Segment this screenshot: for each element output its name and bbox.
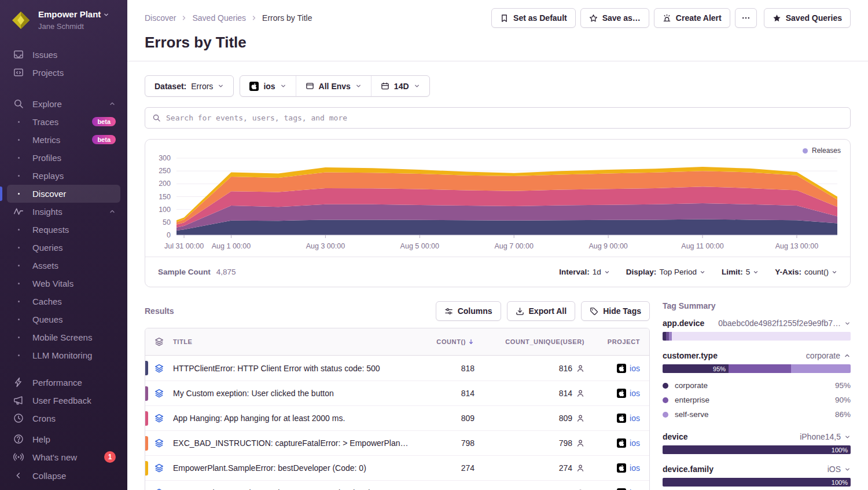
org-name: Empower Plant xyxy=(38,9,101,20)
tag-legend-row[interactable]: self-serve86% xyxy=(663,407,851,422)
sidebar-item-metrics[interactable]: Metricsbeta xyxy=(7,131,120,149)
sidebar-item-user-feedback[interactable]: User Feedback xyxy=(7,392,120,409)
stack-icon xyxy=(145,414,173,423)
error-title-link[interactable]: My Custom exeption: User clicked the but… xyxy=(173,389,417,398)
project-link[interactable]: ios xyxy=(630,364,640,373)
environment-filter[interactable]: All Envs xyxy=(296,76,371,96)
sidebar-item-mobile-screens[interactable]: Mobile Screens xyxy=(7,328,120,346)
table-row[interactable]: EmpowerPlant.SampleError: happyCustomer … xyxy=(145,480,649,490)
sidebar-item-requests[interactable]: Requests xyxy=(7,221,120,239)
tag-value-percent: 90% xyxy=(835,396,851,404)
tag-name: customer.type xyxy=(663,351,718,360)
tag-top-value[interactable]: iPhone14,5 xyxy=(800,432,851,441)
sidebar-item-queries[interactable]: Queries xyxy=(7,239,120,257)
set-as-default-button[interactable]: Set as Default xyxy=(491,8,576,28)
breadcrumb-discover[interactable]: Discover xyxy=(145,13,176,23)
hide-tags-button[interactable]: Hide Tags xyxy=(581,301,650,321)
sidebar-item-projects[interactable]: Projects xyxy=(7,64,120,82)
legend-dot-icon xyxy=(803,148,808,153)
chevron-up-icon xyxy=(109,100,116,107)
tag-distribution-bar[interactable] xyxy=(663,332,851,341)
tag-top-value[interactable]: iOS xyxy=(827,465,851,474)
limit-selector[interactable]: Limit: 5 xyxy=(722,268,759,276)
sidebar-item-assets[interactable]: Assets xyxy=(7,257,120,275)
stack-icon xyxy=(145,364,173,373)
table-row[interactable]: App Hanging: App hanging for at least 20… xyxy=(145,405,649,430)
table-row[interactable]: EXC_BAD_INSTRUCTION: captureFatalError: … xyxy=(145,430,649,455)
project-link[interactable]: ios xyxy=(630,414,640,423)
error-title-link[interactable]: App Hanging: App hanging for at least 20… xyxy=(173,414,417,423)
saved-queries-button[interactable]: Saved Queries xyxy=(764,8,851,28)
sidebar-item-issues[interactable]: Issues xyxy=(7,46,120,64)
count-unique-value: 274 xyxy=(559,463,572,473)
tag-distribution-bar[interactable]: 100% xyxy=(663,478,851,487)
page-header: Discover Saved Queries Errors by Title S… xyxy=(127,0,868,61)
date-range-filter[interactable]: 14D xyxy=(371,76,429,96)
org-switcher[interactable]: Empower Plant Jane Schmidt xyxy=(0,0,127,40)
project-link[interactable]: ios xyxy=(630,389,640,398)
tag-distribution-bar[interactable]: 95% xyxy=(663,364,851,373)
chevron-down-icon xyxy=(844,466,851,473)
error-title-link[interactable]: EXC_BAD_INSTRUCTION: captureFatalError: … xyxy=(173,438,417,448)
column-header-count-unique[interactable]: COUNT_UNIQUE(USER) xyxy=(475,338,584,345)
user-icon xyxy=(576,414,584,422)
sidebar-item-discover[interactable]: Discover xyxy=(7,185,120,203)
breadcrumb-saved-queries[interactable]: Saved Queries xyxy=(192,13,246,23)
yaxis-selector[interactable]: Y-Axis: count() xyxy=(775,268,837,276)
tag-card-app-device: app.device0baebc0de4982f1255f2e9e9fb7… xyxy=(663,319,851,341)
save-as-button[interactable]: Save as… xyxy=(580,8,649,28)
sidebar-item-queues[interactable]: Queues xyxy=(7,310,120,328)
tag-segment: 100% xyxy=(663,445,851,454)
chevron-up-icon xyxy=(109,208,116,215)
tag-card-device-family: device.familyiOS100% xyxy=(663,465,851,487)
sidebar-item-caches[interactable]: Caches xyxy=(7,292,120,310)
sidebar-item-what-s-new[interactable]: What's new1 xyxy=(7,448,120,466)
count-unique-value: 816 xyxy=(559,364,572,373)
sidebar-item-replays[interactable]: Replays xyxy=(7,167,120,185)
tag-top-value[interactable]: 0baebc0de4982f1255f2e9e9fb7… xyxy=(718,319,851,328)
chevron-down-icon xyxy=(355,83,362,89)
error-title-link[interactable]: HTTPClientError: HTTP Client Error with … xyxy=(173,364,417,373)
bullet-icon xyxy=(13,301,24,302)
create-alert-button[interactable]: Create Alert xyxy=(654,8,730,28)
tag-distribution-bar[interactable]: 100% xyxy=(663,445,851,454)
column-header-count[interactable]: COUNT() xyxy=(417,338,475,345)
sidebar-collapse-button[interactable]: Collapse xyxy=(0,467,127,490)
tag-legend-row[interactable]: enterprise90% xyxy=(663,393,851,407)
sidebar-item-web-vitals[interactable]: Web Vitals xyxy=(7,275,120,292)
count-value: 274 xyxy=(417,463,475,473)
error-title-link[interactable]: EmpowerPlant.SampleError: bestDeveloper … xyxy=(173,463,417,473)
export-all-button[interactable]: Export All xyxy=(507,301,576,321)
sidebar-item-help[interactable]: Help xyxy=(7,430,120,448)
series-color-strip xyxy=(145,386,148,401)
search-input[interactable] xyxy=(166,114,843,122)
legend-releases[interactable]: Releases xyxy=(803,147,841,155)
column-header-project[interactable]: PROJECT xyxy=(584,338,649,345)
column-header-title[interactable]: TITLE xyxy=(173,338,417,345)
tag-legend-row[interactable]: corporate95% xyxy=(663,378,851,393)
tag-top-value[interactable]: corporate xyxy=(806,351,851,360)
project-filter[interactable]: ios xyxy=(240,76,295,96)
user-icon xyxy=(576,439,584,447)
sidebar-item-profiles[interactable]: Profiles xyxy=(7,149,120,167)
table-row[interactable]: HTTPClientError: HTTP Client Error with … xyxy=(145,356,649,381)
sidebar-item-llm-monitoring[interactable]: LLM Monitoring xyxy=(7,346,120,364)
sidebar-item-explore[interactable]: Explore xyxy=(7,95,120,113)
display-selector[interactable]: Display: Top Period xyxy=(626,268,705,276)
dataset-selector[interactable]: Dataset: Errors xyxy=(145,75,234,97)
search-bar xyxy=(145,107,851,129)
table-row[interactable]: EmpowerPlant.SampleError: bestDeveloper … xyxy=(145,455,649,480)
count-unique-value: 798 xyxy=(559,438,572,448)
sidebar-item-traces[interactable]: Tracesbeta xyxy=(7,113,120,131)
user-icon xyxy=(576,389,584,397)
sidebar-item-performance[interactable]: Performance xyxy=(7,374,120,392)
project-link[interactable]: ios xyxy=(630,438,640,448)
svg-text:Jul 31 00:00: Jul 31 00:00 xyxy=(164,242,204,250)
columns-button[interactable]: Columns xyxy=(436,301,501,321)
interval-selector[interactable]: Interval: 1d xyxy=(559,268,610,276)
table-row[interactable]: My Custom exeption: User clicked the but… xyxy=(145,381,649,405)
sidebar-item-insights[interactable]: Insights xyxy=(7,203,120,221)
more-options-button[interactable] xyxy=(735,8,757,28)
project-link[interactable]: ios xyxy=(630,463,640,473)
sidebar-item-crons[interactable]: Crons xyxy=(7,409,120,427)
